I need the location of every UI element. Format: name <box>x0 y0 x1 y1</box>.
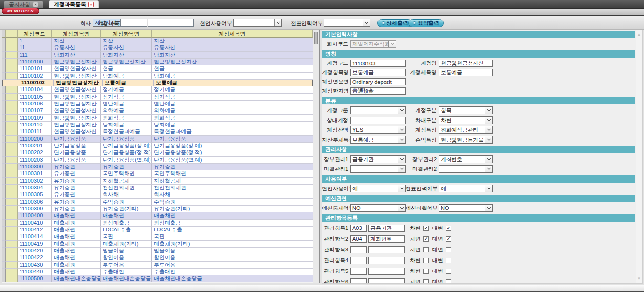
row-selector[interactable] <box>6 38 18 44</box>
cell-account-code[interactable]: 11100412 <box>18 227 52 233</box>
cell-account-name[interactable]: 당좌자산 <box>52 52 101 59</box>
cell-account-name[interactable]: 단기금융상품 <box>52 136 101 143</box>
row-selector[interactable] <box>6 101 18 107</box>
cell-item-name[interactable]: 받을어음 <box>101 248 152 254</box>
credit-checkbox[interactable] <box>446 269 451 274</box>
mgmt-item-name-input[interactable] <box>368 225 405 232</box>
cell-detail-name[interactable]: 수익증권 <box>152 199 313 206</box>
cell-detail-name[interactable]: 회사채 <box>152 191 313 198</box>
cell-account-name[interactable]: 현금및현금성자산 <box>52 65 101 72</box>
row-selector[interactable] <box>6 262 18 269</box>
cell-account-code[interactable]: 11100201 <box>18 143 52 149</box>
cell-item-name[interactable]: 외상매출금 <box>101 220 152 227</box>
table-row[interactable]: 11100305 유가증권 회사채 회사채 <box>2 191 313 198</box>
cell-detail-name[interactable]: 수출대전 <box>152 269 313 275</box>
open1-select[interactable] <box>350 165 406 173</box>
table-row[interactable]: 11100103 현금및현금성자산 보통예금 보통예금 <box>2 80 313 86</box>
cell-item-name[interactable]: 유가증권(기타) <box>101 206 152 212</box>
cell-detail-name[interactable]: 할인어음 <box>152 254 313 261</box>
book1-select[interactable]: 금융기관 <box>350 155 406 163</box>
cell-account-name[interactable]: 현금및현금성자산 <box>54 80 103 86</box>
mgmt-item-code-input[interactable] <box>350 278 367 283</box>
row-selector[interactable] <box>6 86 18 93</box>
cell-detail-name[interactable]: 유가증권(기타) <box>152 206 313 212</box>
row-selector[interactable] <box>6 73 18 80</box>
table-row[interactable]: 11100419 매출채권 매출채권(기타) 매출채권(기타) <box>2 241 313 248</box>
cell-account-code[interactable]: 11100306 <box>18 199 52 206</box>
row-selector[interactable] <box>6 206 18 212</box>
cell-account-name[interactable]: 매출채권 <box>52 269 101 275</box>
tab-account-registration[interactable]: 계정과목등록 × <box>49 0 99 8</box>
account-code-input[interactable] <box>120 19 147 27</box>
cell-account-code[interactable]: 11100500 <box>18 275 52 282</box>
table-row[interactable]: 11 유동자산 유동자산 유동자산 <box>2 44 313 51</box>
cell-detail-name[interactable]: 단기금융상품 <box>152 136 313 143</box>
table-row[interactable]: 11100201 단기금융상품 단기금융상품(정.예) 단기금융상품(정.예) <box>2 143 313 149</box>
row-selector[interactable] <box>6 107 18 114</box>
cell-account-name[interactable]: 단기금융상품 <box>52 149 101 156</box>
cell-item-name[interactable]: 국판 <box>101 233 152 240</box>
grid-header-name[interactable]: 계정과목명 <box>52 30 101 38</box>
grid-header-detail[interactable]: 계정세목명 <box>152 30 313 38</box>
cell-account-name[interactable]: 자산 <box>52 38 101 44</box>
grid-header-item[interactable]: 계정항목명 <box>101 30 152 38</box>
use2-select[interactable]: 예 <box>439 185 493 192</box>
cell-account-name[interactable]: 매출채권 <box>52 241 101 248</box>
grid-header-code[interactable]: 계정코드 <box>18 30 52 38</box>
cell-detail-name[interactable]: 외상매출금 <box>152 220 313 227</box>
cell-account-name[interactable]: 현금및현금성자산 <box>52 94 101 101</box>
row-selector[interactable] <box>6 149 18 156</box>
debit-checkbox[interactable] <box>423 269 429 274</box>
feature-select[interactable]: 원화예적금관리 <box>439 126 493 134</box>
cell-account-name[interactable]: 매출채권 <box>52 227 101 233</box>
mgmt-item-name-input[interactable] <box>368 268 405 275</box>
cell-detail-name[interactable]: 전신전화채권 <box>152 185 313 191</box>
cell-account-code[interactable]: 11100111 <box>18 128 52 135</box>
table-row[interactable]: 11100102 현금및현금성자산 당좌예금 당좌예금 <box>2 73 313 80</box>
cell-account-code[interactable]: 11100106 <box>18 101 52 107</box>
table-row[interactable]: 11100203 단기금융상품 단기금융상품(별.예) 단기금융상품(별.예) <box>2 157 313 164</box>
cell-detail-name[interactable]: 단기금융상품(정.예) <box>152 143 313 149</box>
cell-detail-name[interactable]: 현금및현금성자산 <box>152 59 313 65</box>
cell-account-name[interactable]: 유가증권 <box>52 178 101 185</box>
row-selector[interactable] <box>6 128 18 135</box>
cell-detail-name[interactable]: LOCAL수출 <box>152 227 313 233</box>
cell-detail-name[interactable]: 지하철공채 <box>152 178 313 185</box>
cell-item-name[interactable]: 보통예금 <box>103 80 154 86</box>
debit-checkbox[interactable] <box>423 279 429 283</box>
cell-account-code[interactable]: 11100410 <box>18 220 52 227</box>
company-code-select[interactable]: 제일저지주식회사 <box>350 40 396 48</box>
cell-account-name[interactable]: 현금및현금성자산 <box>52 59 101 65</box>
row-selector[interactable] <box>6 178 18 185</box>
cell-detail-name[interactable]: 매출채권 <box>152 212 313 219</box>
row-selector[interactable] <box>6 220 18 227</box>
account-name-input[interactable] <box>148 19 194 27</box>
mgmt-item-code-input[interactable] <box>350 225 367 232</box>
menu-open-button[interactable]: MENU OPEN <box>2 8 39 14</box>
cell-detail-name[interactable]: 정기적금 <box>152 94 313 101</box>
table-row[interactable]: 11100410 매출채권 외상매출금 외상매출금 <box>2 220 313 227</box>
row-selector[interactable] <box>6 199 18 206</box>
table-row[interactable]: 11100301 유가증권 국민주택채권 국민주택채권 <box>2 170 313 177</box>
debit-checkbox[interactable] <box>423 258 429 263</box>
row-selector[interactable] <box>6 44 18 51</box>
slip-filter-select[interactable] <box>324 19 370 27</box>
debit-checkbox[interactable]: ✓ <box>423 236 429 242</box>
row-selector[interactable] <box>6 65 18 72</box>
cell-detail-name[interactable]: 당좌예금 <box>152 73 313 80</box>
cell-detail-name[interactable]: 당좌자산 <box>152 52 313 59</box>
cell-detail-name[interactable]: 국판 <box>152 233 313 240</box>
row-selector[interactable] <box>6 157 18 164</box>
cell-detail-name[interactable]: 유가증권 <box>152 164 313 170</box>
scroll-down-icon[interactable]: ▼ <box>636 276 642 281</box>
cell-item-name[interactable]: 단기금융상품(정.예) <box>101 143 152 149</box>
cell-account-code[interactable]: 11100202 <box>18 149 52 156</box>
row-selector[interactable] <box>6 94 18 101</box>
mgmt-item-name-input[interactable] <box>368 246 405 253</box>
table-row[interactable]: 1 자산 자산 자산 <box>2 38 313 44</box>
table-row[interactable]: 11100106 현금및현금성자산 별단예금 별단예금 <box>2 101 313 107</box>
cell-detail-name[interactable]: 국민주택채권 <box>152 170 313 177</box>
credit-checkbox[interactable]: ✓ <box>446 226 451 231</box>
cell-item-name[interactable]: 유동자산 <box>101 44 152 51</box>
cell-account-code[interactable]: 11100422 <box>18 254 52 261</box>
